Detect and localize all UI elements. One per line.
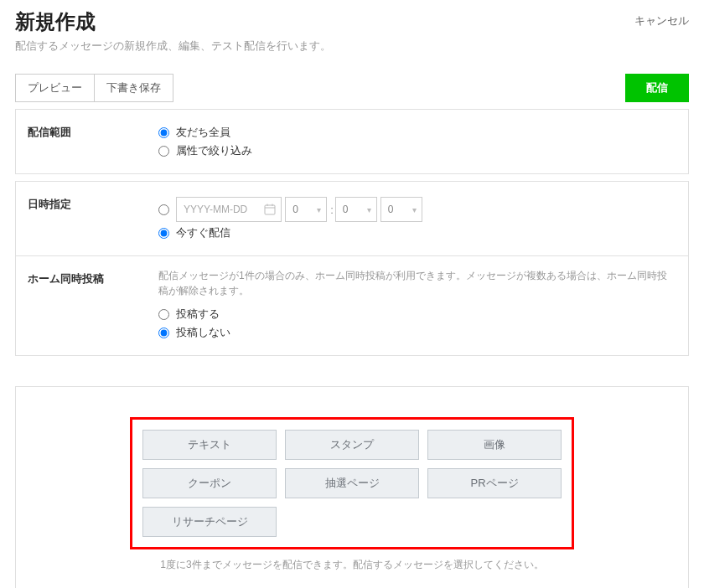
- chevron-down-icon: ▾: [367, 205, 371, 214]
- date-placeholder: YYYY-MM-DD: [184, 204, 247, 215]
- calendar-icon: [264, 204, 276, 215]
- datetime-now-option[interactable]: 今すぐ配信: [158, 225, 676, 240]
- minute1-select[interactable]: 0 ▾: [335, 197, 377, 222]
- msgtype-coupon-button[interactable]: クーポン: [142, 468, 277, 498]
- chevron-down-icon: ▾: [412, 205, 417, 214]
- hour-select[interactable]: 0 ▾: [285, 197, 327, 222]
- scope-filter-text: 属性で絞り込み: [176, 143, 252, 158]
- page-subtitle: 配信するメッセージの新規作成、編集、テスト配信を行います。: [15, 39, 331, 54]
- msgtype-text-button[interactable]: テキスト: [142, 430, 277, 460]
- scope-all-radio[interactable]: [158, 127, 169, 138]
- svg-rect-0: [265, 205, 275, 214]
- preview-button[interactable]: プレビュー: [15, 74, 95, 102]
- scope-all-option[interactable]: 友だち全員: [158, 125, 676, 140]
- homepost-label: ホーム同時投稿: [16, 256, 158, 355]
- scope-label: 配信範囲: [16, 110, 158, 173]
- hour-value: 0: [292, 204, 298, 215]
- homepost-post-text: 投稿する: [176, 307, 220, 322]
- cancel-link[interactable]: キャンセル: [634, 13, 689, 28]
- homepost-nopost-text: 投稿しない: [176, 325, 230, 340]
- homepost-post-radio[interactable]: [158, 309, 169, 320]
- msgtype-research-button[interactable]: リサーチページ: [142, 507, 277, 537]
- minute1-value: 0: [343, 204, 349, 215]
- homepost-help: 配信メッセージが1件の場合のみ、ホーム同時投稿が利用できます。メッセージが複数あ…: [158, 268, 676, 298]
- minute2-value: 0: [388, 204, 394, 215]
- scope-filter-option[interactable]: 属性で絞り込み: [158, 143, 676, 158]
- homepost-post-option[interactable]: 投稿する: [158, 307, 676, 322]
- save-draft-button[interactable]: 下書き保存: [94, 74, 173, 102]
- homepost-nopost-option[interactable]: 投稿しない: [158, 325, 676, 340]
- homepost-nopost-radio[interactable]: [158, 328, 169, 338]
- scope-all-text: 友だち全員: [176, 125, 230, 140]
- datetime-now-text: 今すぐ配信: [176, 225, 230, 240]
- date-input[interactable]: YYYY-MM-DD: [176, 197, 282, 222]
- msgtype-lottery-button[interactable]: 抽選ページ: [285, 468, 419, 498]
- message-type-highlight-box: テキスト スタンプ 画像 クーポン 抽選ページ PRページ リサーチページ: [130, 417, 574, 549]
- time-colon: :: [330, 204, 334, 216]
- msgtype-image-button[interactable]: 画像: [427, 430, 562, 460]
- minute2-select[interactable]: 0 ▾: [380, 197, 422, 222]
- datetime-now-radio[interactable]: [158, 228, 169, 239]
- msgtype-stamp-button[interactable]: スタンプ: [285, 430, 419, 460]
- send-button-top[interactable]: 配信: [625, 74, 689, 102]
- datetime-label: 日時指定: [16, 182, 158, 255]
- msgtype-pr-button[interactable]: PRページ: [427, 468, 562, 498]
- page-title: 新規作成: [15, 8, 331, 35]
- chevron-down-icon: ▾: [317, 205, 321, 214]
- datetime-schedule-radio[interactable]: [158, 204, 169, 215]
- msgtype-helper-text: 1度に3件までメッセージを配信できます。配信するメッセージを選択してください。: [31, 558, 673, 572]
- scope-filter-radio[interactable]: [158, 146, 169, 157]
